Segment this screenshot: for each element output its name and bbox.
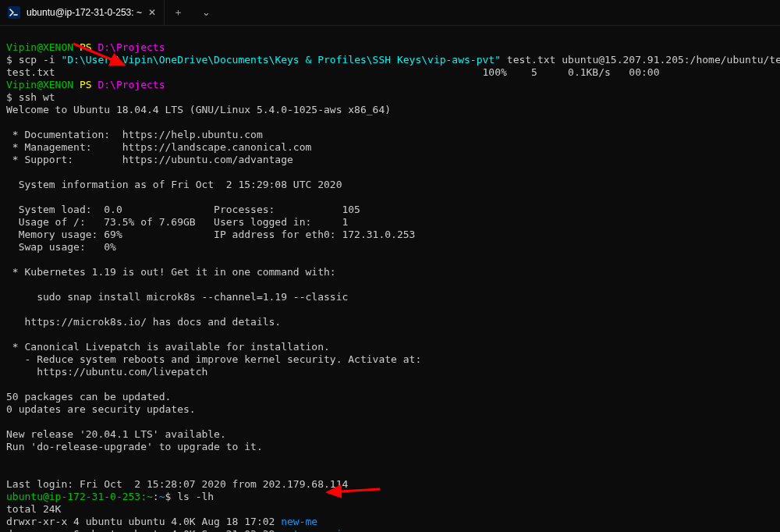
tab-dropdown-button[interactable]: ⌄ xyxy=(193,0,221,25)
motd-k8s-2: sudo snap install microk8s --channel=1.1… xyxy=(6,291,348,303)
motd-sysinfo-3: Memory usage: 69% IP address for eth0: 1… xyxy=(6,229,415,240)
window-titlebar: ubuntu@ip-172-31-0-253: ~ ✕ ＋ ⌄ xyxy=(0,0,780,26)
motd-sysinfo-1: System load: 0.0 Processes: 105 xyxy=(6,204,360,215)
scp-progress-line: test.txt 100% 5 0.1KB/s 00:00 xyxy=(6,66,659,78)
motd-sysinfo-4: Swap usage: 0% xyxy=(6,241,116,253)
motd-sysinfo-2: Usage of /: 73.5% of 7.69GB Users logged… xyxy=(6,216,348,228)
prompt-line-2: Vipin@XENON PS D:\Projects xyxy=(6,79,165,90)
tab-title: ubuntu@ip-172-31-0-253: ~ xyxy=(27,6,142,19)
motd-packages-2: 0 updates are security updates. xyxy=(6,403,196,415)
svg-rect-0 xyxy=(8,6,20,19)
ls-command-line: ubuntu@ip-172-31-0-253:~:~$ ls -lh xyxy=(6,491,214,502)
tab-active[interactable]: ubuntu@ip-172-31-0-253: ~ ✕ xyxy=(0,0,165,25)
motd-livepatch-3: https://ubuntu.com/livepatch xyxy=(6,366,207,378)
ls-row-0: drwxr-xr-x 4 ubuntu ubuntu 4.0K Aug 18 1… xyxy=(6,516,317,527)
motd-doc: * Documentation: https://help.ubuntu.com xyxy=(6,129,263,140)
tab-close-button[interactable]: ✕ xyxy=(148,6,156,19)
scp-command-line: $ scp -i "D:\Users\Vipin\OneDrive\Docume… xyxy=(6,54,780,66)
motd-release-2: Run 'do-release-upgrade' to upgrade to i… xyxy=(6,441,263,452)
motd-packages-1: 50 packages can be updated. xyxy=(6,391,171,403)
motd-livepatch-2: - Reduce system reboots and improve kern… xyxy=(6,353,421,365)
motd-k8s-3: https://microk8s.io/ has docs and detail… xyxy=(6,316,281,328)
motd-sysinfo-header: System information as of Fri Oct 2 15:29… xyxy=(6,179,342,190)
powershell-icon xyxy=(8,6,20,19)
ssh-command-line: $ ssh wt xyxy=(6,91,55,103)
motd-last-login: Last login: Fri Oct 2 15:28:07 2020 from… xyxy=(6,478,348,490)
terminal-output[interactable]: Vipin@XENON PS D:\Projects $ scp -i "D:\… xyxy=(0,26,780,532)
prompt-line-1: Vipin@XENON PS D:\Projects xyxy=(6,41,165,53)
ls-total: total 24K xyxy=(6,503,61,515)
motd-k8s-1: * Kubernetes 1.19 is out! Get it in one … xyxy=(6,266,336,278)
motd-livepatch-1: * Canonical Livepatch is available for i… xyxy=(6,341,330,353)
motd-release-1: New release '20.04.1 LTS' available. xyxy=(6,428,226,440)
motd-support: * Support: https://ubuntu.com/advantage xyxy=(6,154,293,165)
new-tab-button[interactable]: ＋ xyxy=(165,0,193,25)
motd-mgmt: * Management: https://landscape.canonica… xyxy=(6,141,311,153)
motd-welcome: Welcome to Ubuntu 18.04.4 LTS (GNU/Linux… xyxy=(6,104,391,115)
ls-row-1: drwxrwxr-x 6 ubuntu ubuntu 4.0K Sep 21 0… xyxy=(6,528,342,532)
